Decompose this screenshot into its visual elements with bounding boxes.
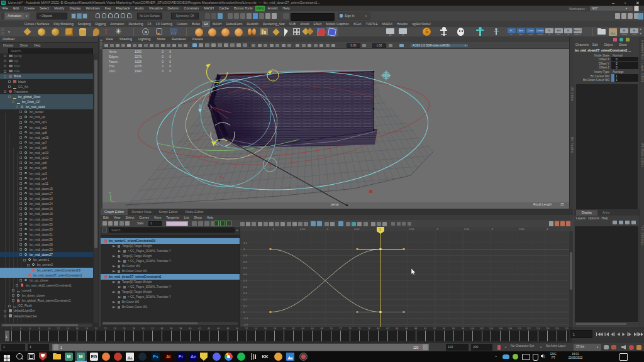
svg-text:-0.50: -0.50 <box>299 228 306 231</box>
svg-text:0.7: 0.7 <box>243 266 247 270</box>
svg-text:3.50: 3.50 <box>519 228 525 231</box>
svg-text:0.1: 0.1 <box>243 304 247 307</box>
svg-text:-0.2: -0.2 <box>243 323 248 326</box>
svg-text:0.5: 0.5 <box>243 279 247 282</box>
svg-text:0.2: 0.2 <box>243 298 247 301</box>
svg-text:0.50: 0.50 <box>354 228 360 231</box>
svg-text:0.4: 0.4 <box>243 285 247 288</box>
svg-text:0.8: 0.8 <box>243 260 247 263</box>
svg-text:y: y <box>109 191 111 194</box>
svg-text:0.3: 0.3 <box>243 292 247 295</box>
svg-text:2.50: 2.50 <box>464 228 470 231</box>
svg-text:1.50: 1.50 <box>409 228 415 231</box>
svg-text:1.1: 1.1 <box>243 241 247 244</box>
svg-text:-0.1: -0.1 <box>243 317 248 320</box>
svg-text:0.6: 0.6 <box>243 273 247 276</box>
svg-text:0.9: 0.9 <box>243 254 247 257</box>
